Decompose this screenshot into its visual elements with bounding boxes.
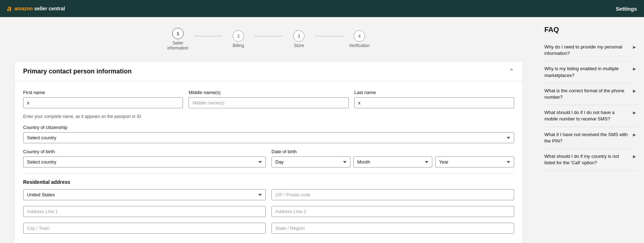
step-3-label: Store (294, 43, 304, 48)
seller-central-text: seller central (34, 6, 65, 11)
first-name-input[interactable] (23, 97, 183, 108)
faq-title: FAQ (544, 26, 637, 34)
faq-arrow-5: ► (632, 132, 637, 138)
faq-item-4[interactable]: What should I do if I do not have a mobi… (544, 105, 637, 127)
faq-item-3[interactable]: What is the correct format of the phone … (544, 83, 637, 105)
dob-selects: Day 1 2 15 31 Month January February Mar… (271, 156, 514, 167)
faq-item-6[interactable]: What should I do if my country is not li… (544, 149, 637, 171)
logo: a amazon seller central (7, 4, 65, 13)
residential-country-group: United States Canada United Kingdom (23, 189, 266, 200)
name-hint: Enter your complete name, as it appears … (23, 114, 514, 119)
faq-item-1[interactable]: Why do I need to provide my personal inf… (544, 40, 637, 61)
faq-question-3: What is the correct format of the phone … (544, 88, 632, 100)
settings-link[interactable]: Settings (616, 6, 637, 12)
step-1-circle: 1 (172, 28, 184, 39)
faq-arrow-6: ► (632, 154, 637, 159)
brand-name: amazon (14, 6, 33, 11)
faq-sidebar: FAQ Why do I need to provide my personal… (537, 17, 644, 243)
last-name-group: Last name (354, 90, 514, 108)
faq-question-4: What should I do if I do not have a mobi… (544, 109, 632, 122)
state-group (271, 223, 514, 234)
zip-input[interactable] (271, 189, 514, 200)
country-birth-group: Country of birth Select country United S… (23, 149, 266, 167)
collapse-button[interactable]: ⌃ (509, 67, 514, 75)
faq-arrow-3: ► (632, 88, 637, 94)
steps-wizard: 1 Sellerinformation 2 Billing 3 Store 4 … (14, 28, 523, 51)
step-line-1-2 (194, 36, 222, 36)
dob-year-select[interactable]: Year 2000 1990 1980 (435, 156, 514, 167)
citizenship-label: Country of citizenship (23, 125, 514, 130)
faq-item-5[interactable]: What if I have not received the SMS with… (544, 127, 637, 149)
faq-question-2: Why is my listing enabled in multiple ma… (544, 66, 632, 78)
step-2-label: Billing (233, 43, 244, 48)
step-4-circle: 4 (354, 30, 365, 42)
birth-date-row: Country of birth Select country United S… (23, 149, 514, 167)
city-state-row (23, 223, 514, 234)
middle-name-group: Middle name(s) (189, 90, 348, 108)
main-container: 1 Sellerinformation 2 Billing 3 Store 4 … (0, 17, 644, 243)
form-body: First name Middle name(s) Last name Ente… (15, 81, 523, 243)
step-4-label: Verification (349, 43, 370, 48)
content-area: 1 Sellerinformation 2 Billing 3 Store 4 … (0, 17, 537, 243)
country-birth-select[interactable]: Select country United States Canada Unit… (23, 156, 266, 167)
city-group (23, 223, 266, 234)
zip-group (271, 189, 514, 200)
section-divider (23, 173, 514, 174)
state-input[interactable] (271, 223, 514, 234)
step-1-label: Sellerinformation (167, 41, 188, 51)
faq-item-2[interactable]: Why is my listing enabled in multiple ma… (544, 61, 637, 83)
citizenship-select[interactable]: Select country United States Canada Unit… (23, 132, 514, 143)
country-birth-label: Country of birth (23, 149, 266, 154)
step-2: 2 Billing (222, 30, 254, 48)
faq-arrow-4: ► (632, 110, 637, 115)
city-input[interactable] (23, 223, 266, 234)
amazon-logo-icon: a (7, 4, 11, 13)
dob-group: Date of birth Day 1 2 15 31 Month (271, 149, 514, 167)
residential-address-label: Residential address (23, 179, 514, 185)
address2-input[interactable] (271, 206, 514, 217)
address2-group (271, 206, 514, 217)
first-name-group: First name (23, 90, 183, 108)
step-line-3-4 (315, 36, 343, 36)
step-4: 4 Verification (343, 30, 375, 48)
section-header: Primary contact person information ⌃ (15, 62, 523, 81)
primary-contact-section: Primary contact person information ⌃ Fir… (14, 61, 523, 243)
dob-day-select[interactable]: Day 1 2 15 31 (271, 156, 350, 167)
faq-question-6: What should I do if my country is not li… (544, 153, 632, 166)
middle-name-input[interactable] (189, 97, 348, 108)
step-2-circle: 2 (233, 30, 244, 42)
dob-month-select[interactable]: Month January February March December (353, 156, 432, 167)
dob-label: Date of birth (271, 149, 514, 154)
faq-question-1: Why do I need to provide my personal inf… (544, 44, 632, 57)
address-lines-row (23, 206, 514, 217)
address1-input[interactable] (23, 206, 266, 217)
name-row: First name Middle name(s) Last name (23, 90, 514, 108)
step-line-2-3 (254, 36, 283, 36)
residential-country-select[interactable]: United States Canada United Kingdom (23, 189, 266, 200)
faq-arrow-2: ► (632, 66, 637, 72)
section-title: Primary contact person information (23, 68, 132, 75)
last-name-label: Last name (354, 90, 514, 95)
country-zip-row: United States Canada United Kingdom (23, 189, 514, 200)
header: a amazon seller central Settings (0, 0, 644, 17)
logo-text: amazon seller central (14, 6, 65, 11)
address1-group (23, 206, 266, 217)
step-3-circle: 3 (293, 30, 305, 42)
first-name-label: First name (23, 90, 183, 95)
faq-arrow-1: ► (632, 44, 637, 50)
middle-name-label: Middle name(s) (189, 90, 348, 95)
last-name-input[interactable] (354, 97, 514, 108)
citizenship-group: Country of citizenship Select country Un… (23, 125, 514, 143)
step-3: 3 Store (283, 30, 315, 48)
citizenship-row: Country of citizenship Select country Un… (23, 125, 514, 143)
faq-question-5: What if I have not received the SMS with… (544, 131, 632, 144)
step-1: 1 Sellerinformation (162, 28, 194, 51)
